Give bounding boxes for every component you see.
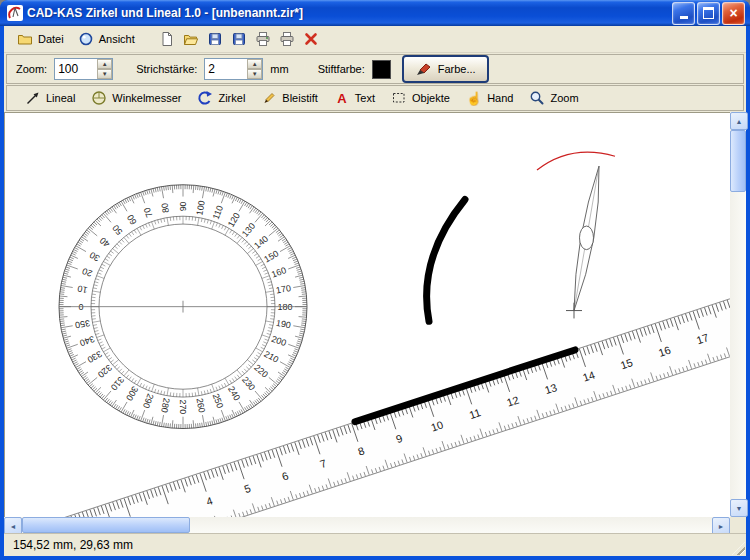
cursor-position-status: 154,52 mm, 29,63 mm — [6, 538, 133, 552]
svg-text:270: 270 — [178, 400, 188, 415]
minimize-button[interactable] — [672, 2, 695, 25]
drawing-surface[interactable]: 0102030405060708090100110120130140150160… — [5, 113, 730, 517]
tool-zirkel-label: Zirkel — [218, 92, 245, 104]
drawing-canvas[interactable]: 0102030405060708090100110120130140150160… — [4, 112, 730, 517]
svg-text:190: 190 — [275, 318, 292, 330]
resize-grip[interactable] — [732, 542, 745, 555]
scroll-up-icon: ▲ — [736, 118, 743, 125]
svg-text:A: A — [337, 91, 347, 106]
file-toolbar — [156, 28, 324, 50]
svg-text:200: 200 — [270, 334, 288, 348]
zoom-spin-down[interactable]: ▼ — [97, 69, 112, 79]
vertical-scrollbar[interactable]: ▲ ▼ — [730, 112, 746, 517]
new-document-icon — [159, 31, 175, 47]
svg-text:30: 30 — [88, 250, 102, 264]
delete-button[interactable] — [300, 28, 323, 50]
close-button[interactable]: × — [722, 2, 745, 25]
tool-zoom[interactable]: Zoom — [521, 89, 586, 107]
svg-text:120: 120 — [226, 211, 242, 229]
spinner-down-icon: ▼ — [252, 71, 258, 77]
tool-hand[interactable]: ☝ Hand — [458, 91, 522, 106]
folder-icon — [17, 31, 33, 47]
menu-datei[interactable]: Datei — [10, 29, 71, 49]
minimize-icon — [680, 16, 688, 19]
svg-text:350: 350 — [74, 318, 91, 330]
tools-toolbar: Lineal Winkelmesser Zirkel — [6, 85, 744, 111]
tool-winkelmesser[interactable]: Winkelmesser — [83, 89, 189, 107]
compass-tool-icon — [197, 90, 213, 106]
tool-text-label: Text — [355, 92, 375, 104]
svg-text:300: 300 — [124, 385, 140, 403]
tool-zoom-label: Zoom — [550, 92, 578, 104]
tool-hand-label: Hand — [487, 92, 513, 104]
zoom-tool-icon — [529, 90, 545, 106]
horizontal-scroll-thumb[interactable] — [22, 517, 190, 533]
window-title: CAD-KAS Zirkel und Lineal 1.0 - [unbenan… — [27, 6, 670, 20]
svg-text:340: 340 — [78, 334, 96, 348]
stroke-width-spinner: ▲ ▼ — [204, 58, 263, 80]
color-picker-button[interactable]: Farbe... — [402, 55, 489, 83]
svg-text:160: 160 — [270, 265, 288, 279]
horizontal-scroll-track[interactable] — [190, 517, 712, 533]
tool-objekte[interactable]: Objekte — [383, 89, 458, 107]
zoom-spin-up[interactable]: ▲ — [97, 59, 112, 69]
view-lens-icon — [78, 31, 94, 47]
titlebar[interactable]: CAD-KAS Zirkel und Lineal 1.0 - [unbenan… — [0, 0, 750, 26]
svg-text:140: 140 — [252, 234, 270, 251]
tool-zirkel[interactable]: Zirkel — [189, 89, 253, 107]
maximize-icon — [703, 7, 714, 19]
menu-datei-label: Datei — [38, 33, 64, 45]
stroke-spin-down[interactable]: ▼ — [247, 69, 262, 79]
save-as-button[interactable] — [228, 28, 251, 50]
stroke-width-input[interactable] — [205, 59, 247, 79]
tool-winkelmesser-label: Winkelmesser — [112, 92, 181, 104]
tool-text[interactable]: A Text — [326, 89, 383, 107]
print-preview-icon — [279, 31, 295, 47]
maximize-button[interactable] — [697, 2, 720, 25]
select-objects-tool-icon — [391, 90, 407, 106]
zoom-input[interactable] — [55, 59, 97, 79]
tool-lineal[interactable]: Lineal — [17, 89, 83, 107]
scroll-up-button[interactable]: ▲ — [730, 112, 748, 130]
svg-text:290: 290 — [141, 392, 156, 409]
pencil-tool-icon — [261, 90, 277, 106]
tool-bleistift[interactable]: Bleistift — [253, 89, 325, 107]
ruler-object[interactable]: 4567891011121314151617 — [5, 217, 730, 517]
menu-ansicht[interactable]: Ansicht — [71, 29, 142, 49]
compass-object[interactable] — [537, 152, 615, 318]
svg-text:130: 130 — [240, 221, 257, 239]
zoom-spinner: ▲ ▼ — [54, 58, 113, 80]
print-icon — [255, 31, 271, 47]
svg-text:310: 310 — [109, 375, 126, 393]
new-document-button[interactable] — [156, 28, 179, 50]
spinner-up-icon: ▲ — [252, 61, 258, 67]
color-picker-button-label: Farbe... — [438, 63, 476, 75]
save-icon — [207, 31, 223, 47]
vertical-scroll-track[interactable] — [730, 192, 746, 499]
open-file-button[interactable] — [180, 28, 203, 50]
scroll-down-button[interactable]: ▼ — [730, 499, 748, 517]
svg-text:210: 210 — [262, 349, 280, 365]
zoom-label: Zoom: — [16, 63, 47, 75]
print-preview-button[interactable] — [276, 28, 299, 50]
save-button[interactable] — [204, 28, 227, 50]
tool-lineal-label: Lineal — [46, 92, 75, 104]
pen-icon — [415, 62, 432, 76]
svg-text:250: 250 — [211, 392, 226, 409]
vertical-scroll-thumb[interactable] — [730, 130, 746, 192]
svg-text:40: 40 — [98, 235, 112, 249]
horizontal-scrollbar[interactable]: ◄ ► — [4, 517, 730, 533]
svg-text:70: 70 — [142, 206, 155, 219]
svg-text:50: 50 — [110, 223, 124, 237]
app-icon — [7, 5, 23, 21]
svg-text:110: 110 — [211, 204, 225, 221]
tool-objekte-label: Objekte — [412, 92, 450, 104]
protractor-object[interactable]: 0102030405060708090100110120130140150160… — [59, 185, 307, 429]
text-tool-icon: A — [334, 90, 350, 106]
print-button[interactable] — [252, 28, 275, 50]
menu-ansicht-label: Ansicht — [99, 33, 135, 45]
canvas-row: 0102030405060708090100110120130140150160… — [4, 112, 746, 517]
tool-bleistift-label: Bleistift — [282, 92, 317, 104]
app-window: CAD-KAS Zirkel und Lineal 1.0 - [unbenan… — [0, 0, 750, 560]
stroke-spin-up[interactable]: ▲ — [247, 59, 262, 69]
